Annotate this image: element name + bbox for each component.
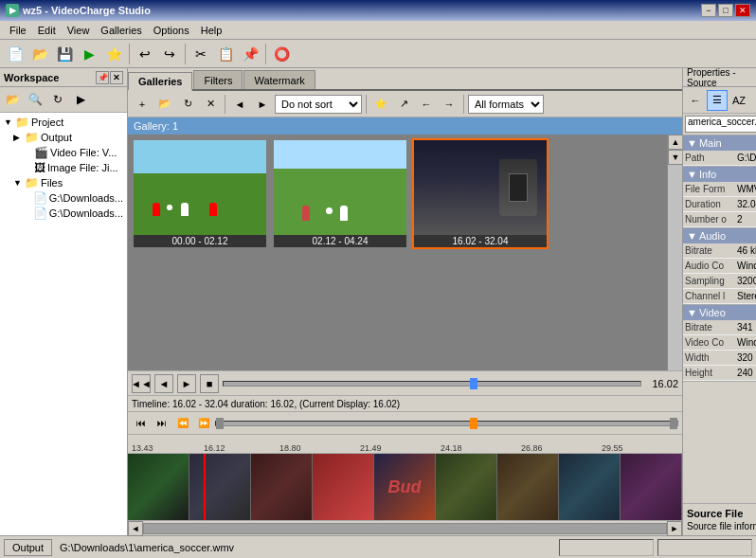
menu-options[interactable]: Options <box>148 23 195 38</box>
title-bar: ▶ wz5 - VideoCharge Studio − □ ✕ <box>0 0 756 21</box>
timeline-text: Timeline: 16.02 - 32.04 duration: 16.02,… <box>132 399 400 409</box>
gallery-folder-btn[interactable]: 📂 <box>154 94 175 115</box>
tab-watermark[interactable]: Watermark <box>243 70 315 89</box>
prop-section-audio: ▼ Audio Bitrate 46 kbits/s Audio Co Wind… <box>683 228 756 305</box>
workspace-header: Workspace 📌 ✕ <box>0 68 127 87</box>
gallery-arrow1[interactable]: ↗ <box>393 94 414 115</box>
gallery-item-3[interactable]: 16.02 - 32.04 <box>412 138 549 249</box>
toolbar-open[interactable]: 📂 <box>28 43 51 65</box>
menu-file[interactable]: File <box>4 23 32 38</box>
toolbar-paste[interactable]: 📌 <box>239 43 261 65</box>
gallery-arrow3[interactable]: → <box>439 94 459 115</box>
prop-back[interactable]: ← <box>685 90 706 111</box>
prop-section-info: ▼ Info File Form WMV Duration 32.04 ms N… <box>683 167 756 228</box>
tl-btn-4[interactable]: ⏩ <box>194 415 213 432</box>
gallery-remove-btn[interactable]: ✕ <box>200 94 221 115</box>
hs-bar[interactable] <box>143 523 667 534</box>
timeline-range[interactable] <box>215 421 678 426</box>
prop-section-info-header[interactable]: ▼ Info <box>683 167 756 182</box>
menu-galleries[interactable]: Galleries <box>95 23 147 38</box>
tree-file2[interactable]: 📄 G:\Downloads... <box>21 206 125 221</box>
files-icon: 📁 <box>25 176 39 189</box>
gallery-arrow2[interactable]: ← <box>416 94 437 115</box>
status-panel-2 <box>657 539 752 556</box>
prop-val-duration: 32.04 ms <box>737 199 756 209</box>
ws-add[interactable]: 📂 <box>2 89 23 110</box>
toolbar-star[interactable]: ⭐ <box>102 43 125 65</box>
seek-bar[interactable] <box>223 381 641 387</box>
workspace-toolbar: 📂 🔍 ↻ ▶ <box>0 87 127 113</box>
toolbar-cut[interactable]: ✂ <box>189 43 212 65</box>
timeline-track: Bud <box>128 454 682 520</box>
hs-left[interactable]: ◄ <box>128 521 143 536</box>
track-thumb-6 <box>436 454 497 520</box>
gallery-refresh-btn[interactable]: ↻ <box>177 94 198 115</box>
tree-file1[interactable]: 📄 G:\Downloads... <box>21 190 125 206</box>
toolbar-copy[interactable]: 📋 <box>214 43 237 65</box>
tab-filters[interactable]: Filters <box>193 70 243 89</box>
gallery-scroll: 00.00 - 02.12 02.12 - 04.24 <box>128 135 682 370</box>
prop-sort-az[interactable]: AZ <box>729 90 749 111</box>
prop-list[interactable]: ☰ <box>707 90 728 111</box>
scroll-up[interactable]: ▲ <box>668 135 682 150</box>
gallery-item-2[interactable]: 02.12 - 04.24 <box>272 138 408 249</box>
workspace-close[interactable]: ✕ <box>110 71 123 84</box>
gallery-count: Gallery: 1 <box>134 120 178 132</box>
prop-section-main-header[interactable]: ▼ Main <box>683 135 756 151</box>
info-label: Info <box>699 169 716 180</box>
prop-section-video-header[interactable]: ▼ Video <box>683 305 756 320</box>
toolbar-redo[interactable]: ↪ <box>158 43 181 65</box>
gallery-add-btn[interactable]: + <box>132 94 153 115</box>
tree-files[interactable]: ▼ 📁 Files <box>11 175 125 190</box>
minimize-button[interactable]: − <box>701 4 716 17</box>
toolbar-save[interactable]: 💾 <box>53 43 76 65</box>
workspace-pin[interactable]: 📌 <box>96 71 109 84</box>
prop-val-height: 240 <box>737 368 756 378</box>
status-output-tab[interactable]: Output <box>4 539 52 556</box>
hs-right[interactable]: ► <box>667 521 682 536</box>
file2-label: G:\Downloads... <box>49 207 123 219</box>
maximize-button[interactable]: □ <box>718 4 733 17</box>
tl-btn-3[interactable]: ⏪ <box>173 415 192 432</box>
player-prev[interactable]: ◄◄ <box>132 374 151 393</box>
player-stop[interactable]: ■ <box>200 374 219 393</box>
prop-val-width: 320 <box>737 352 756 363</box>
ws-search[interactable]: 🔍 <box>25 89 45 110</box>
prop-row-fileform: File Form WMV <box>683 182 756 197</box>
toolbar-undo[interactable]: ↩ <box>134 43 156 65</box>
player-back[interactable]: ◄ <box>154 374 173 393</box>
tree-project[interactable]: ▼ 📁 Project <box>2 115 125 130</box>
tree-image[interactable]: 🖼 Image File: Ji... <box>21 160 125 175</box>
prop-section-audio-header[interactable]: ▼ Audio <box>683 228 756 243</box>
format-select[interactable]: All formats *.wmv *.avi *.mp4 <box>468 95 544 114</box>
toolbar-new[interactable]: 📄 <box>4 43 27 65</box>
prop-file-input[interactable]: america_soccer.wmv <box>685 116 756 133</box>
player-play[interactable]: ► <box>177 374 196 393</box>
gallery-move-right[interactable]: ► <box>252 94 273 115</box>
menu-edit[interactable]: Edit <box>32 23 62 38</box>
prop-file-select: america_soccer.wmv ▼ <box>683 114 756 135</box>
prop-key-audioco: Audio Co <box>685 261 737 271</box>
toolbar-special[interactable]: ⭕ <box>270 43 293 65</box>
toolbar-run[interactable]: ▶ <box>78 43 100 65</box>
tree-arrow: ▼ <box>4 117 13 127</box>
gallery-star[interactable]: ⭐ <box>370 94 391 115</box>
close-button[interactable]: ✕ <box>735 4 750 17</box>
time-display: 16.02 <box>645 378 678 389</box>
prop-forward[interactable]: → <box>750 90 756 111</box>
tab-galleries[interactable]: Galleries <box>128 72 192 91</box>
ruler-mark-1: 13.43 <box>132 443 153 453</box>
file2-icon: 📄 <box>33 207 47 220</box>
tree-video[interactable]: 🎬 Video File: V... <box>21 145 125 160</box>
menu-help[interactable]: Help <box>195 23 228 38</box>
gallery-item-1[interactable]: 00.00 - 02.12 <box>132 138 268 249</box>
tl-btn-2[interactable]: ⏭ <box>153 415 171 432</box>
ws-refresh[interactable]: ↻ <box>47 89 68 110</box>
scroll-down[interactable]: ▼ <box>668 150 682 165</box>
sort-select[interactable]: Do not sort Sort by name Sort by date So… <box>275 95 362 114</box>
menu-view[interactable]: View <box>62 23 96 38</box>
tree-output[interactable]: ▶ 📁 Output <box>11 130 125 145</box>
tl-btn-1[interactable]: ⏮ <box>132 415 151 432</box>
ws-go[interactable]: ▶ <box>70 89 91 110</box>
gallery-move-left[interactable]: ◄ <box>229 94 250 115</box>
